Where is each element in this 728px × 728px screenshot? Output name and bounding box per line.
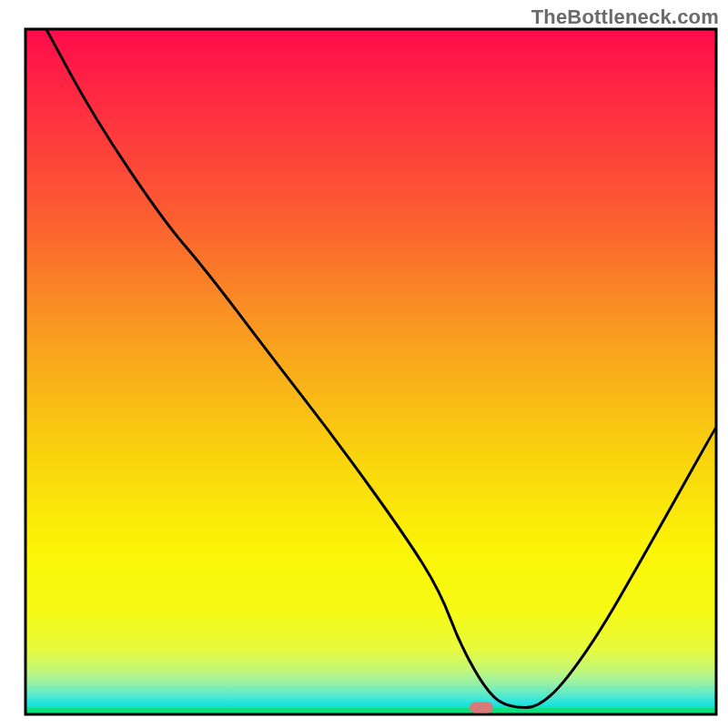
site-watermark: TheBottleneck.com	[531, 5, 719, 29]
optimal-point-marker	[470, 702, 493, 713]
chart-canvas	[0, 0, 728, 728]
bottleneck-chart: TheBottleneck.com	[0, 0, 728, 728]
